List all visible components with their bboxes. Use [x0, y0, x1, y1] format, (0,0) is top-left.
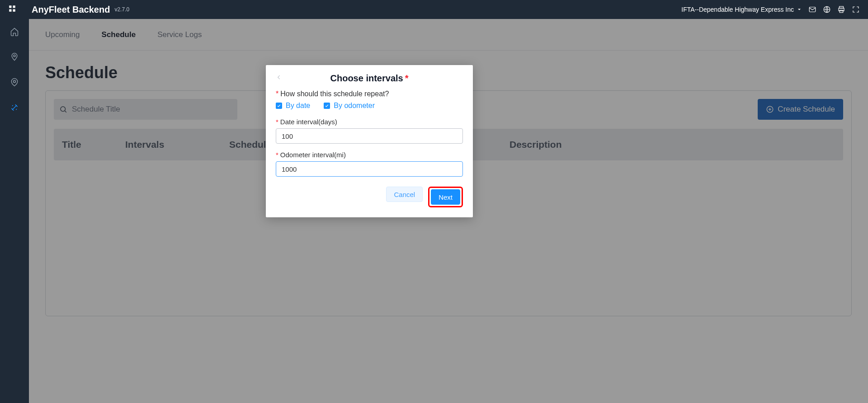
- checkbox-by-date[interactable]: By date: [276, 102, 310, 110]
- checkbox-by-odometer[interactable]: By odometer: [324, 102, 375, 110]
- next-button[interactable]: Next: [431, 189, 460, 205]
- mail-icon[interactable]: [808, 5, 816, 14]
- checkbox-by-odometer-label: By odometer: [334, 102, 375, 110]
- topbar: AnyFleet Backend v2.7.0 IFTA--Dependable…: [0, 0, 868, 19]
- svg-point-9: [14, 55, 15, 56]
- checkbox-box: [276, 103, 282, 109]
- date-interval-input[interactable]: [276, 128, 463, 144]
- app-version: v2.7.0: [114, 6, 129, 13]
- checkbox-by-date-label: By date: [286, 102, 310, 110]
- tools-icon[interactable]: [10, 103, 19, 114]
- checkbox-box: [324, 103, 330, 109]
- modal-title: Choose intervals: [330, 73, 403, 83]
- svg-rect-3: [13, 9, 15, 12]
- app-title: AnyFleet Backend: [32, 5, 110, 15]
- check-icon: [277, 103, 281, 108]
- svg-rect-8: [840, 10, 843, 13]
- svg-rect-1: [13, 5, 15, 8]
- highlight-box: Next: [428, 187, 463, 207]
- svg-rect-2: [9, 9, 11, 12]
- caret-down-icon: [797, 7, 802, 12]
- home-icon[interactable]: [10, 27, 19, 38]
- date-interval-label: Date interval(days): [280, 118, 337, 126]
- choose-intervals-modal: Choose intervals* *How should this sched…: [266, 65, 473, 217]
- back-icon[interactable]: [276, 74, 282, 82]
- sidebar: [0, 19, 29, 403]
- fullscreen-icon[interactable]: [852, 5, 860, 14]
- odometer-interval-input[interactable]: [276, 161, 463, 177]
- pin-icon[interactable]: [10, 52, 19, 63]
- account-name: IFTA--Dependable Highway Express Inc: [681, 6, 794, 13]
- required-star: *: [405, 73, 409, 83]
- print-icon[interactable]: [837, 5, 845, 14]
- svg-rect-0: [9, 5, 11, 8]
- location-icon[interactable]: [10, 78, 19, 89]
- account-dropdown[interactable]: IFTA--Dependable Highway Express Inc: [681, 6, 802, 13]
- modal-question: How should this schedule repeat?: [280, 90, 389, 98]
- apps-grid-icon[interactable]: [8, 5, 16, 14]
- cancel-button[interactable]: Cancel: [386, 187, 423, 202]
- svg-rect-4: [809, 7, 816, 12]
- svg-point-10: [14, 80, 16, 83]
- check-icon: [325, 103, 329, 108]
- globe-icon[interactable]: [823, 5, 831, 14]
- odometer-interval-label: Odometer interval(mi): [280, 151, 346, 159]
